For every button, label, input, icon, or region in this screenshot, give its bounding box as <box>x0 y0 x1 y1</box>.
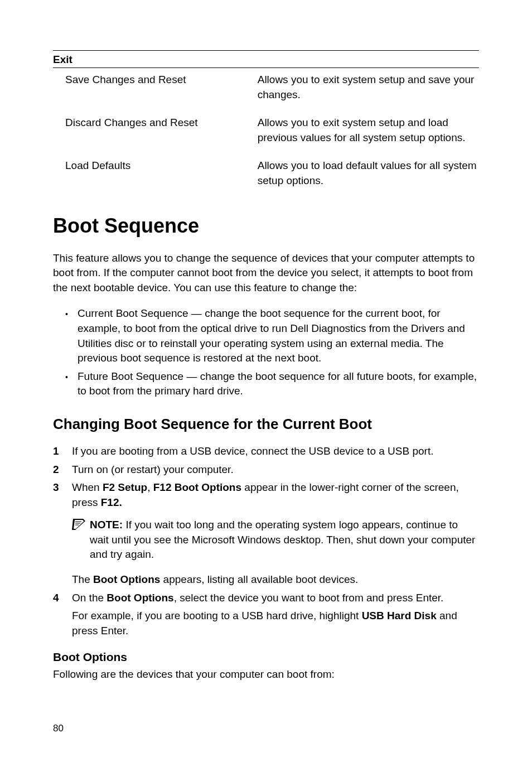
exit-section-header: Exit <box>53 52 479 67</box>
step-text: If you are booting from a USB device, co… <box>72 444 479 459</box>
text-fragment: , <box>147 481 153 493</box>
exit-item-desc: Allows you to load default values for al… <box>258 158 479 188</box>
text-fragment: For example, if you are booting to a USB… <box>72 610 362 621</box>
table-row: Save Changes and Reset Allows you to exi… <box>53 68 479 111</box>
step-number: 2 <box>53 462 72 478</box>
step-text: When F2 Setup, F12 Boot Options appear i… <box>72 480 479 587</box>
note-text: NOTE: If you wait too long and the opera… <box>90 518 479 562</box>
text-fragment: appears, listing all available boot devi… <box>160 573 358 585</box>
page-number: 80 <box>53 723 64 734</box>
section-heading: Changing Boot Sequence for the Current B… <box>53 416 479 433</box>
step-item: 1 If you are booting from a USB device, … <box>53 444 479 459</box>
exit-item-desc: Allows you to exit system setup and save… <box>258 73 479 102</box>
bold-text: F2 Setup <box>103 481 147 493</box>
numbered-steps: 1 If you are booting from a USB device, … <box>53 444 479 639</box>
exit-item-label: Save Changes and Reset <box>53 73 258 102</box>
exit-item-label: Discard Changes and Reset <box>53 115 258 145</box>
note-icon <box>72 518 86 562</box>
bold-text: Boot Options <box>93 573 160 585</box>
list-item: Future Boot Sequence — change the boot s… <box>65 369 479 399</box>
list-item: Current Boot Sequence — change the boot … <box>65 306 479 365</box>
table-row: Load Defaults Allows you to load default… <box>53 154 479 197</box>
bold-text: F12. <box>101 496 122 508</box>
exit-item-label: Load Defaults <box>53 158 258 188</box>
step-number: 3 <box>53 480 72 587</box>
step-number: 1 <box>53 444 72 459</box>
step-item: 4 On the Boot Options, select the device… <box>53 591 479 639</box>
bold-text: USB Hard Disk <box>362 610 437 621</box>
subsection-heading: Boot Options <box>53 650 479 664</box>
page-title: Boot Sequence <box>53 214 479 238</box>
note-body: If you wait too long and the operating s… <box>90 519 475 560</box>
text-fragment: , select the device you want to boot fro… <box>174 592 444 604</box>
intro-paragraph: This feature allows you to change the se… <box>53 251 479 296</box>
table-row: Discard Changes and Reset Allows you to … <box>53 111 479 154</box>
text-fragment: On the <box>72 592 107 604</box>
bold-text: F12 Boot Options <box>153 481 241 493</box>
text-fragment: When <box>72 481 103 493</box>
bold-text: Boot Options <box>107 592 173 604</box>
step-number: 4 <box>53 591 72 639</box>
step-text: On the Boot Options, select the device y… <box>72 591 479 639</box>
text-fragment: The <box>72 573 93 585</box>
exit-item-desc: Allows you to exit system setup and load… <box>258 115 479 145</box>
note-label: NOTE: <box>90 519 123 530</box>
step-item: 3 When F2 Setup, F12 Boot Options appear… <box>53 480 479 587</box>
bullet-list: Current Boot Sequence — change the boot … <box>53 306 479 399</box>
step-item: 2 Turn on (or restart) your computer. <box>53 462 479 478</box>
step-subtext: For example, if you are booting to a USB… <box>72 609 479 638</box>
note-block: NOTE: If you wait too long and the opera… <box>72 518 479 562</box>
exit-table: Save Changes and Reset Allows you to exi… <box>53 68 479 197</box>
step-text: Turn on (or restart) your computer. <box>72 462 479 478</box>
body-text: Following are the devices that your comp… <box>53 667 479 682</box>
step-subtext: The Boot Options appears, listing all av… <box>72 572 479 587</box>
